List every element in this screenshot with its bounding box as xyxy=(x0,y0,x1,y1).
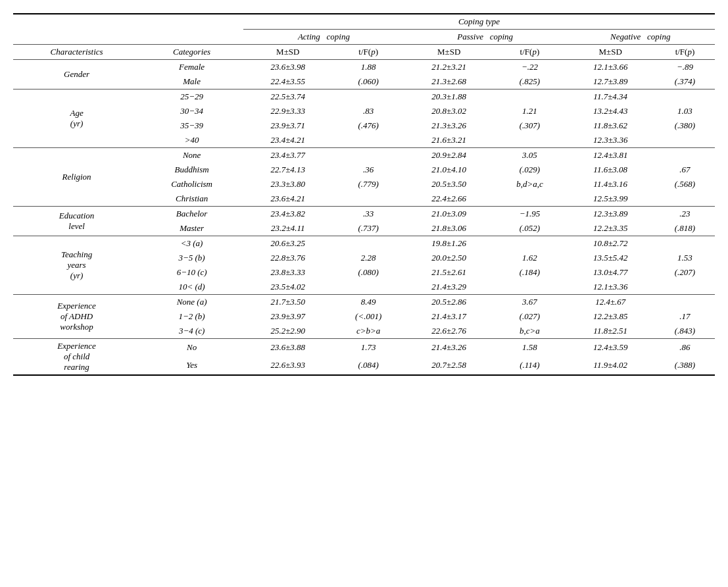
act-tf-cell xyxy=(333,191,404,207)
pas-tf-cell xyxy=(493,89,566,105)
act-msd-cell: 21.7±3.50 xyxy=(243,295,332,310)
act-msd-cell: 23.9±3.71 xyxy=(243,118,332,133)
act-tf-cell: 8.49 xyxy=(333,295,404,310)
pas-tf-cell xyxy=(493,280,566,295)
pas-msd-cell: 20.5±2.86 xyxy=(404,295,493,310)
pas-tf-cell: −1.95 xyxy=(493,207,566,222)
cat-cell: Female xyxy=(140,60,243,75)
cat-cell: None (a) xyxy=(140,295,243,310)
cat-cell: 10< (d) xyxy=(140,280,243,295)
act-msd-cell: 23.4±4.21 xyxy=(243,133,332,148)
categories-header: Categories xyxy=(140,45,243,60)
pas-tf-cell xyxy=(493,133,566,148)
act-tf-cell xyxy=(333,280,404,295)
char-gender: Gender xyxy=(13,60,140,89)
neg-tf-header: t/F(p) xyxy=(655,45,715,60)
pas-msd-cell: 22.4±2.66 xyxy=(404,191,493,207)
table-row: Teachingyears(yr)<3 (a)20.6±3.2519.8±1.2… xyxy=(13,236,715,251)
act-msd-cell: 23.8±3.33 xyxy=(243,265,332,280)
neg-tf-cell xyxy=(655,295,715,310)
header-coping-type-row: Coping type xyxy=(13,14,715,30)
act-msd-cell: 23.3±3.80 xyxy=(243,177,332,191)
neg-msd-cell: 12.2±3.35 xyxy=(566,221,654,236)
acting-header: Acting coping xyxy=(243,30,404,45)
coping-table: Coping type Acting coping Passive coping… xyxy=(13,13,715,376)
pas-tf-cell: 1.62 xyxy=(493,251,566,265)
cat-cell: Catholicism xyxy=(140,177,243,191)
act-tf-cell: .83 xyxy=(333,104,404,118)
neg-msd-cell: 12.3±3.36 xyxy=(566,133,654,148)
char-childrearing: Experienceof childrearing xyxy=(13,339,140,376)
neg-msd-cell: 12.5±3.99 xyxy=(566,191,654,207)
neg-tf-cell xyxy=(655,236,715,251)
coping-type-header: Coping type xyxy=(243,14,715,30)
neg-msd-cell: 11.4±3.16 xyxy=(566,177,654,191)
pas-msd-cell: 20.0±2.50 xyxy=(404,251,493,265)
act-tf-cell: .33 xyxy=(333,207,404,222)
table-row: Age(yr)25−2922.5±3.7420.3±1.8811.7±4.34 xyxy=(13,89,715,105)
act-tf-cell: (.080) xyxy=(333,265,404,280)
pas-tf-cell: (.029) xyxy=(493,163,566,177)
header-stats-row: Characteristics Categories M±SD t/F(p) M… xyxy=(13,45,715,60)
act-tf-cell: (.737) xyxy=(333,221,404,236)
neg-msd-cell: 12.1±3.36 xyxy=(566,280,654,295)
pas-msd-cell: 21.0±4.10 xyxy=(404,163,493,177)
act-tf-cell: (.476) xyxy=(333,118,404,133)
act-tf-cell: .36 xyxy=(333,163,404,177)
neg-msd-cell: 12.4±3.59 xyxy=(566,339,654,357)
act-tf-cell: 1.88 xyxy=(333,60,404,75)
pas-tf-cell: (.114) xyxy=(493,357,566,375)
cat-cell: >40 xyxy=(140,133,243,148)
neg-msd-cell: 13.5±5.42 xyxy=(566,251,654,265)
pas-msd-cell: 21.4±3.26 xyxy=(404,339,493,357)
cat-cell: 30−34 xyxy=(140,104,243,118)
pas-msd-cell: 20.8±3.02 xyxy=(404,104,493,118)
neg-tf-cell xyxy=(655,133,715,148)
neg-msd-cell: 11.9±4.02 xyxy=(566,357,654,375)
pas-msd-cell: 22.6±2.76 xyxy=(404,324,493,339)
pas-tf-cell: (.307) xyxy=(493,118,566,133)
pas-tf-cell: b,c>a xyxy=(493,324,566,339)
act-msd-cell: 23.6±3.88 xyxy=(243,339,332,357)
pas-tf-cell: (.184) xyxy=(493,265,566,280)
act-msd-cell: 22.6±3.93 xyxy=(243,357,332,375)
char-religion: Religion xyxy=(13,148,140,207)
cat-cell: Buddhism xyxy=(140,163,243,177)
act-tf-cell xyxy=(333,133,404,148)
neg-tf-cell: .86 xyxy=(655,339,715,357)
pas-tf-cell: −.22 xyxy=(493,60,566,75)
pas-msd-cell: 21.5±2.61 xyxy=(404,265,493,280)
neg-msd-cell: 12.3±3.89 xyxy=(566,207,654,222)
empty-top-left xyxy=(13,14,243,30)
act-msd-cell: 23.4±3.82 xyxy=(243,207,332,222)
cat-cell: 1−2 (b) xyxy=(140,309,243,324)
cat-cell: 3−5 (b) xyxy=(140,251,243,265)
act-msd-cell: 22.7±4.13 xyxy=(243,163,332,177)
neg-tf-cell: 1.03 xyxy=(655,104,715,118)
negative-header: Negative coping xyxy=(566,30,715,45)
act-tf-cell: c>b>a xyxy=(333,324,404,339)
act-msd-cell: 22.4±3.55 xyxy=(243,74,332,89)
act-msd-cell: 23.5±4.02 xyxy=(243,280,332,295)
pas-msd-header: M±SD xyxy=(404,45,493,60)
neg-msd-cell: 13.2±4.43 xyxy=(566,104,654,118)
pas-msd-cell: 21.3±2.68 xyxy=(404,74,493,89)
pas-msd-cell: 21.4±3.17 xyxy=(404,309,493,324)
table-container: Coping type Acting coping Passive coping… xyxy=(13,13,715,376)
pas-msd-cell: 20.3±1.88 xyxy=(404,89,493,105)
neg-msd-cell: 11.8±3.62 xyxy=(566,118,654,133)
pas-tf-cell: (.027) xyxy=(493,309,566,324)
cat-cell: None xyxy=(140,148,243,163)
table-row: GenderFemale23.6±3.981.8821.2±3.21−.2212… xyxy=(13,60,715,75)
table-row: EducationlevelBachelor23.4±3.82.3321.0±3… xyxy=(13,207,715,222)
pas-msd-cell: 20.7±2.58 xyxy=(404,357,493,375)
cat-cell: No xyxy=(140,339,243,357)
neg-tf-cell xyxy=(655,280,715,295)
pas-tf-cell: 3.05 xyxy=(493,148,566,163)
act-msd-cell: 22.8±3.76 xyxy=(243,251,332,265)
neg-tf-cell xyxy=(655,191,715,207)
char-education: Educationlevel xyxy=(13,207,140,236)
neg-tf-cell: (.568) xyxy=(655,177,715,191)
cat-cell: Bachelor xyxy=(140,207,243,222)
char-header xyxy=(13,30,140,45)
